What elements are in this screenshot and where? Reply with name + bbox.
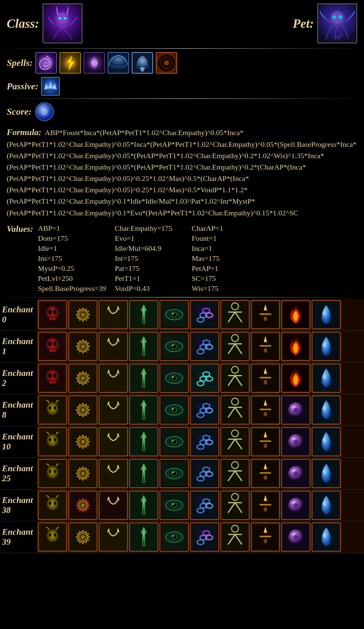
svg-point-219 [81, 471, 85, 476]
enchant-item-7-6[interactable] [220, 522, 250, 552]
enchant-item-0-0[interactable] [38, 300, 67, 329]
enchant-item-7-4[interactable] [159, 522, 189, 552]
enchant-item-4-3[interactable] [129, 427, 158, 456]
enchant-item-6-8[interactable] [281, 491, 311, 520]
enchant-item-3-8[interactable] [281, 395, 311, 425]
enchant-item-1-2[interactable] [99, 332, 128, 361]
enchant-item-1-9[interactable] [312, 332, 341, 361]
spell-icon-6[interactable] [156, 52, 177, 74]
enchant-item-2-9[interactable] [312, 363, 341, 393]
enchant-item-5-4[interactable] [159, 459, 189, 488]
enchant-item-2-8[interactable] [281, 363, 311, 393]
enchant-item-4-8[interactable] [281, 427, 311, 456]
enchant-item-5-2[interactable] [99, 459, 128, 488]
enchant-item-4-4[interactable] [159, 427, 189, 456]
enchant-item-7-9[interactable] [312, 522, 341, 552]
enchant-item-6-5[interactable] [190, 491, 219, 520]
enchant-item-0-3[interactable] [129, 300, 158, 329]
enchant-item-5-5[interactable] [190, 459, 219, 488]
enchant-item-4-9[interactable] [312, 427, 341, 456]
enchant-item-7-8[interactable] [281, 522, 311, 552]
enchant-item-1-4[interactable] [159, 332, 189, 361]
enchant-item-0-8[interactable] [281, 300, 311, 329]
enchant-item-5-0[interactable] [38, 459, 67, 488]
spell-icon-2[interactable] [59, 52, 81, 74]
enchant-item-0-4[interactable] [159, 300, 189, 329]
enchant-item-2-7[interactable] [251, 363, 280, 393]
enchant-item-4-6[interactable] [220, 427, 250, 456]
svg-point-280 [264, 507, 267, 512]
values-label: Values: [7, 224, 33, 234]
spell-icon-5[interactable] [132, 52, 153, 74]
enchant-item-0-2[interactable] [99, 300, 128, 329]
enchant-item-0-9[interactable] [312, 300, 341, 329]
passive-icon[interactable] [41, 77, 60, 96]
enchant-item-2-5[interactable] [190, 363, 219, 393]
enchant-item-5-6[interactable] [220, 459, 250, 488]
enchant-item-6-2[interactable] [99, 491, 128, 520]
enchant-item-1-5[interactable] [190, 332, 219, 361]
enchant-item-3-3[interactable] [129, 395, 158, 425]
svg-point-284 [293, 503, 298, 508]
spell-icon-3[interactable] [84, 52, 105, 74]
svg-point-27 [48, 310, 52, 314]
svg-point-192 [172, 440, 174, 441]
enchant-item-1-7[interactable] [251, 332, 280, 361]
enchant-item-2-4[interactable] [159, 363, 189, 393]
enchant-item-0-7[interactable] [251, 300, 280, 329]
spell-icon-4[interactable] [108, 52, 129, 74]
svg-point-293 [81, 535, 85, 539]
enchant-item-5-3[interactable] [129, 459, 158, 488]
enchant-item-6-0[interactable] [38, 491, 67, 520]
enchant-item-6-4[interactable] [159, 491, 189, 520]
enchant-item-6-7[interactable] [251, 491, 280, 520]
enchant-item-2-3[interactable] [129, 363, 158, 393]
enchant-item-1-1[interactable] [68, 332, 98, 361]
enchant-item-6-6[interactable] [220, 491, 250, 520]
enchant-item-0-5[interactable] [190, 300, 219, 329]
enchant-item-1-8[interactable] [281, 332, 311, 361]
spell-icon-1[interactable] [35, 52, 57, 74]
svg-point-177 [47, 434, 58, 447]
enchant-item-3-4[interactable] [159, 395, 189, 425]
enchant-item-0-1[interactable] [68, 300, 98, 329]
svg-point-247 [293, 471, 298, 476]
enchant-item-5-8[interactable] [281, 459, 311, 488]
value-item-fount: Fount=1 [192, 234, 265, 243]
enchant-item-1-0[interactable] [38, 332, 67, 361]
enchant-item-3-0[interactable] [38, 395, 67, 425]
enchant-item-3-5[interactable] [190, 395, 219, 425]
enchant-item-2-2[interactable] [99, 363, 128, 393]
enchant-item-4-7[interactable] [251, 427, 280, 456]
enchant-item-7-1[interactable] [68, 522, 98, 552]
enchant-item-6-1[interactable] [68, 491, 98, 520]
svg-point-28 [53, 310, 57, 314]
enchant-item-7-7[interactable] [251, 522, 280, 552]
enchant-item-4-0[interactable] [38, 427, 67, 456]
enchant-item-3-9[interactable] [312, 395, 341, 425]
enchant-item-7-0[interactable] [38, 522, 67, 552]
enchant-item-7-2[interactable] [99, 522, 128, 552]
enchant-item-3-7[interactable] [251, 395, 280, 425]
enchant-item-3-2[interactable] [99, 395, 128, 425]
enchant-item-1-3[interactable] [129, 332, 158, 361]
enchant-item-3-1[interactable] [68, 395, 98, 425]
enchant-item-4-2[interactable] [99, 427, 128, 456]
enchant-item-2-0[interactable] [38, 363, 67, 393]
svg-point-321 [293, 535, 298, 539]
enchant-item-5-7[interactable] [251, 459, 280, 488]
enchant-item-7-3[interactable] [129, 522, 158, 552]
enchant-item-2-6[interactable] [220, 363, 250, 393]
enchant-item-3-6[interactable] [220, 395, 250, 425]
enchant-item-4-5[interactable] [190, 427, 219, 456]
header: Class: [0, 0, 364, 47]
enchant-item-0-6[interactable] [220, 300, 250, 329]
enchant-item-6-3[interactable] [129, 491, 158, 520]
enchant-item-5-9[interactable] [312, 459, 341, 488]
enchant-item-1-6[interactable] [220, 332, 250, 361]
enchant-item-6-9[interactable] [312, 491, 341, 520]
enchant-item-2-1[interactable] [68, 363, 98, 393]
enchant-item-5-1[interactable] [68, 459, 98, 488]
enchant-item-7-5[interactable] [190, 522, 219, 552]
enchant-item-4-1[interactable] [68, 427, 98, 456]
